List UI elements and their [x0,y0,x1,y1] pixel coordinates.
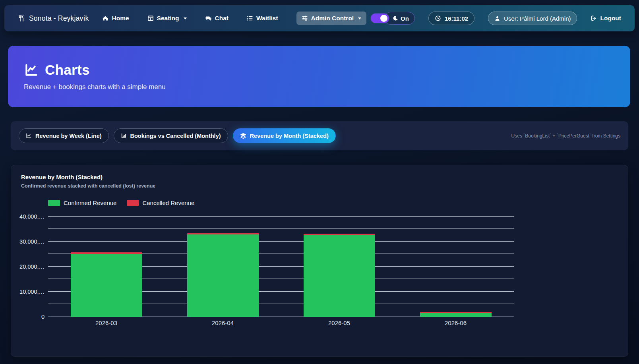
chevron-down-icon [358,17,361,19]
tab-bookings-vs-cancelled[interactable]: Bookings vs Cancelled (Monthly) [114,128,228,143]
tab-label: Revenue by Week (Line) [35,133,102,139]
toggle-knob [380,15,387,22]
tab-revenue-by-month-stacked[interactable]: Revenue by Month (Stacked) [233,128,336,143]
page-title: Charts [45,62,90,78]
user-label: User: Pálmi Lord (Admin) [504,15,571,22]
chart-line-icon [24,62,39,77]
user-badge: User: Pálmi Lord (Admin) [488,12,577,25]
nav-item-label: Chat [215,15,228,22]
dark-mode-label: On [401,15,409,22]
chart-bar-icon [121,133,127,139]
dark-mode-group: On [371,12,415,25]
chat-icon [205,15,212,22]
bar-slot [165,211,281,317]
legend-item-cancelled: Cancelled Revenue [127,199,194,206]
chart-title: Revenue by Month (Stacked) [21,174,618,180]
y-tick-label: 20,000,… [19,263,45,270]
clock-time: 16:11:02 [445,15,468,22]
navbar: Sonota - Reykjavík Home Seating [4,5,635,31]
confirmed-segment [71,254,142,317]
x-axis-labels: 2026-032026-042026-052026-06 [48,319,514,326]
moon-icon [393,15,398,21]
logout-icon [591,15,597,21]
page-title-row: Charts [24,62,614,78]
confirmed-segment [187,234,259,317]
x-tick-label: 2026-06 [397,319,514,326]
chart-menu-bar: Revenue by Week (Line) Bookings vs Cance… [11,121,628,150]
clock-icon [435,15,441,21]
stacked-bar-2026-04 [187,233,259,317]
chart-card: Revenue by Month (Stacked) Confirmed rev… [11,165,628,357]
x-tick-label: 2026-03 [48,319,165,326]
y-tick-label: 30,000,… [19,238,45,245]
stacked-bar-2026-03 [71,252,142,317]
nav-item-waitlist[interactable]: Waitlist [247,15,278,22]
clock-badge: 16:11:02 [428,12,474,25]
tab-revenue-by-week[interactable]: Revenue by Week (Line) [19,128,109,143]
nav-item-label: Admin Control [311,15,354,22]
legend-swatch-cancelled [127,200,139,206]
y-tick-label: 10,000,… [19,288,45,295]
tab-label: Bookings vs Cancelled (Monthly) [130,133,221,139]
nav-item-label: Seating [157,15,179,22]
confirmed-segment [420,313,492,317]
nav-item-chat[interactable]: Chat [205,15,228,22]
legend-item-confirmed: Confirmed Revenue [48,199,116,206]
legend-swatch-confirmed [48,200,60,206]
bar-slot [48,211,165,317]
nav-item-label: Home [112,15,129,22]
brand: Sonota - Reykjavík [18,14,89,23]
layers-icon [240,133,246,139]
sliders-icon [302,15,308,21]
plot-area: 010,000,…20,000,…30,000,…40,000,… [48,211,514,317]
table-icon [147,15,154,21]
home-icon [102,15,108,21]
legend-label: Confirmed Revenue [64,199,116,206]
chart-line-icon [26,133,32,139]
chart-legend: Confirmed Revenue Cancelled Revenue [48,199,618,206]
logout-label: Logout [600,15,621,22]
y-tick-label: 0 [41,314,45,320]
stacked-bar-2026-05 [304,234,375,317]
legend-label: Cancelled Revenue [142,199,194,206]
chart-subtitle: Confirmed revenue stacked with cancelled… [21,183,618,189]
utensils-icon [18,15,25,22]
user-icon [494,15,500,21]
x-tick-label: 2026-05 [281,319,397,326]
nav-links: Home Seating Chat [102,12,366,25]
confirmed-segment [304,235,375,317]
nav-item-label: Waitlist [256,15,278,22]
nav-item-home[interactable]: Home [102,15,129,22]
brand-label: Sonota - Reykjavík [29,14,89,23]
nav-right: On 16:11:02 User: Pálmi Lord (Admin) [371,12,621,25]
x-tick-label: 2026-04 [165,319,281,326]
bar-slot [281,211,397,317]
bars-layer [48,211,514,317]
chevron-down-icon [184,17,187,19]
hero-banner: Charts Revenue + bookings charts with a … [8,46,630,107]
y-tick-label: 40,000,… [19,213,45,220]
nav-item-seating[interactable]: Seating [147,15,187,22]
list-icon [247,15,253,21]
nav-item-admin-control[interactable]: Admin Control [296,12,367,25]
tab-label: Revenue by Month (Stacked) [250,133,329,139]
dark-mode-toggle[interactable] [371,14,389,23]
stacked-bar-2026-06 [420,312,492,317]
settings-note: Uses `BookingList` + `PricePerGuest` fro… [511,133,620,139]
page-subtitle: Revenue + bookings charts with a simple … [24,83,614,91]
bar-slot [397,211,514,317]
logout-button[interactable]: Logout [591,15,621,22]
